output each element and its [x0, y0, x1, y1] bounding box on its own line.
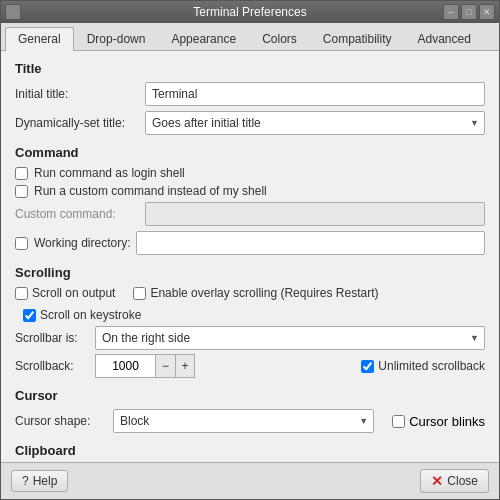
tab-colors[interactable]: Colors	[249, 27, 310, 50]
login-shell-label: Run command as login shell	[34, 166, 185, 180]
tab-general[interactable]: General	[5, 27, 74, 51]
close-dialog-button[interactable]: ✕ Close	[420, 469, 489, 493]
login-shell-row: Run command as login shell	[15, 166, 485, 180]
scroll-output-item: Scroll on output	[15, 286, 115, 300]
cursor-blinks-checkbox[interactable]	[392, 415, 405, 428]
cursor-shape-select[interactable]: Block I-beam Underline	[113, 409, 374, 433]
scrollback-spinbox: − +	[95, 354, 195, 378]
scroll-keystroke-checkbox[interactable]	[23, 309, 36, 322]
tab-appearance[interactable]: Appearance	[158, 27, 249, 50]
dynamic-title-row: Dynamically-set title: Goes after initia…	[15, 111, 485, 135]
tab-bar: General Drop-down Appearance Colors Comp…	[1, 23, 499, 51]
working-dir-row: Working directory:	[15, 231, 485, 255]
working-dir-checkbox[interactable]	[15, 237, 28, 250]
tab-dropdown[interactable]: Drop-down	[74, 27, 159, 50]
initial-title-row: Initial title:	[15, 82, 485, 106]
overlay-scrolling-checkbox[interactable]	[133, 287, 146, 300]
window-title: Terminal Preferences	[193, 5, 306, 19]
maximize-button[interactable]: □	[461, 4, 477, 20]
close-icon: ✕	[431, 473, 443, 489]
custom-command-input-row: Custom command:	[15, 202, 485, 226]
scroll-keystroke-label: Scroll on keystroke	[40, 308, 141, 322]
custom-command-field-label: Custom command:	[15, 207, 145, 221]
scroll-keystroke-item: Scroll on keystroke	[23, 308, 141, 322]
titlebar-menu-btn[interactable]	[5, 4, 21, 20]
titlebar-controls: – □ ✕	[443, 4, 495, 20]
clipboard-section-heading: Clipboard	[15, 443, 485, 458]
scrollbar-label: Scrollbar is:	[15, 331, 95, 345]
unlimited-scrollback-checkbox[interactable]	[361, 360, 374, 373]
cursor-row: Cursor shape: Block I-beam Underline Cur…	[15, 409, 485, 433]
scrolling-section-heading: Scrolling	[15, 265, 485, 280]
window: Terminal Preferences – □ ✕ General Drop-…	[0, 0, 500, 500]
scrollback-input[interactable]	[95, 354, 155, 378]
initial-title-label: Initial title:	[15, 87, 145, 101]
dynamic-title-select[interactable]: Goes after initial title Goes before ini…	[145, 111, 485, 135]
minimize-button[interactable]: –	[443, 4, 459, 20]
titlebar: Terminal Preferences – □ ✕	[1, 1, 499, 23]
cursor-shape-label: Cursor shape:	[15, 414, 105, 428]
custom-cmd-label: Run a custom command instead of my shell	[34, 184, 267, 198]
scroll-output-label: Scroll on output	[32, 286, 115, 300]
tab-compatibility[interactable]: Compatibility	[310, 27, 405, 50]
custom-command-input[interactable]	[145, 202, 485, 226]
scrollbar-select[interactable]: On the right side On the left side Disab…	[95, 326, 485, 350]
command-section-heading: Command	[15, 145, 485, 160]
cursor-blinks-label: Cursor blinks	[409, 414, 485, 429]
unlimited-scrollback-label: Unlimited scrollback	[378, 359, 485, 373]
scrollback-row: Scrollback: − + Unlimited scrollback	[15, 354, 485, 378]
dynamic-title-select-wrapper: Goes after initial title Goes before ini…	[145, 111, 485, 135]
scroll-options-row: Scroll on output Enable overlay scrollin…	[15, 286, 485, 322]
cursor-shape-select-wrapper: Block I-beam Underline	[113, 409, 374, 433]
overlay-scrolling-item: Enable overlay scrolling (Requires Resta…	[133, 286, 378, 300]
scrollback-label: Scrollback:	[15, 359, 95, 373]
cursor-blinks-item: Cursor blinks	[392, 414, 485, 429]
tab-advanced[interactable]: Advanced	[405, 27, 484, 50]
help-label: Help	[33, 474, 58, 488]
custom-cmd-checkbox[interactable]	[15, 185, 28, 198]
scrollback-increment-button[interactable]: +	[175, 354, 195, 378]
login-shell-checkbox[interactable]	[15, 167, 28, 180]
scroll-output-checkbox[interactable]	[15, 287, 28, 300]
cursor-section-heading: Cursor	[15, 388, 485, 403]
custom-cmd-row: Run a custom command instead of my shell	[15, 184, 485, 198]
unlimited-scrollback-item: Unlimited scrollback	[361, 359, 485, 373]
overlay-scrolling-label: Enable overlay scrolling (Requires Resta…	[150, 286, 378, 300]
content-area: Title Initial title: Dynamically-set tit…	[1, 51, 499, 462]
working-dir-label: Working directory:	[34, 236, 130, 250]
working-dir-input[interactable]	[136, 231, 485, 255]
initial-title-input[interactable]	[145, 82, 485, 106]
scrollbar-row: Scrollbar is: On the right side On the l…	[15, 326, 485, 350]
close-label: Close	[447, 474, 478, 488]
dynamic-title-label: Dynamically-set title:	[15, 116, 145, 130]
scrollback-decrement-button[interactable]: −	[155, 354, 175, 378]
help-button[interactable]: ? Help	[11, 470, 68, 492]
scrollbar-select-wrapper: On the right side On the left side Disab…	[95, 326, 485, 350]
title-section-heading: Title	[15, 61, 485, 76]
help-icon: ?	[22, 474, 29, 488]
close-button[interactable]: ✕	[479, 4, 495, 20]
footer: ? Help ✕ Close	[1, 462, 499, 499]
